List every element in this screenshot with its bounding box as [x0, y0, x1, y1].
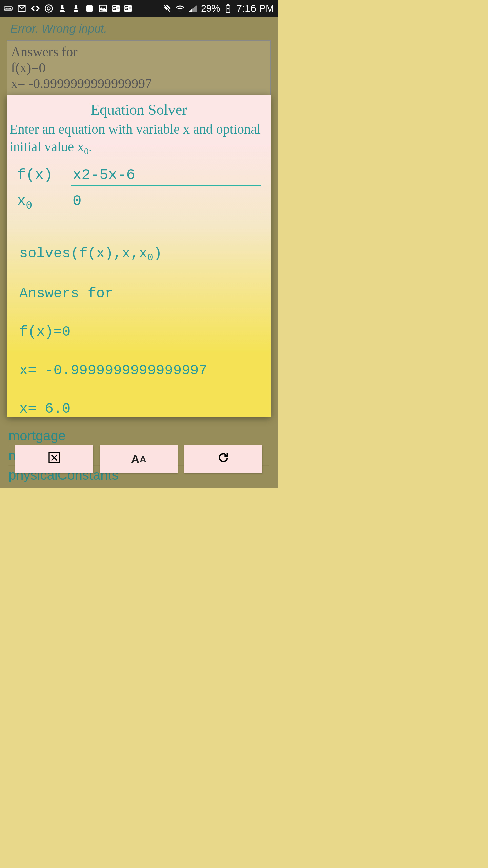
dialog-button-row: AA [7, 445, 271, 473]
output-text: solves(f(x),x,x [19, 245, 147, 262]
equation-solver-dialog: Equation Solver Enter an equation with v… [7, 95, 271, 417]
output-line: x= 6.0 [19, 399, 258, 419]
code-icon [30, 4, 40, 13]
background-answers-panel: Answers for f(x)=0 x= -0.999999999999999… [7, 40, 271, 98]
svg-point-2 [7, 8, 9, 9]
output-line: Answers for [19, 284, 258, 303]
svg-rect-7 [86, 5, 93, 12]
badge-icon-2: G≡ [124, 5, 132, 12]
bg-panel-line: x= -0.9999999999999997 [11, 76, 267, 92]
svg-point-5 [45, 5, 53, 12]
mail-icon [17, 4, 26, 13]
x0-label: x0 [17, 193, 61, 212]
status-right: 29% 7:16 PM [162, 3, 274, 14]
badge-icon-1: G≡ [112, 5, 120, 12]
svg-point-1 [5, 8, 7, 9]
svg-point-3 [9, 8, 11, 9]
svg-rect-11 [227, 4, 229, 5]
instructions-text: Enter an equation with variable x and op… [9, 121, 261, 154]
output-line: f(x)=0 [19, 322, 258, 342]
error-message: Error. Wrong input. [7, 20, 271, 37]
font-size-button[interactable]: AA [100, 445, 178, 473]
dialog-title: Equation Solver [7, 98, 271, 120]
chess-pawn-icon-2 [71, 4, 81, 13]
svg-point-6 [47, 7, 50, 10]
fx-input[interactable] [71, 164, 261, 186]
close-icon [47, 451, 61, 468]
bg-panel-line: f(x)=0 [11, 60, 267, 76]
chrome-icon [44, 4, 54, 13]
fx-input-row: f(x) [7, 162, 271, 189]
clock-text: 7:16 PM [236, 3, 274, 14]
fx-label: f(x) [17, 166, 61, 183]
output-sub: 0 [147, 252, 154, 263]
output-line: solves(f(x),x,x0) [19, 244, 258, 265]
status-left-icons: G≡ G≡ [3, 4, 132, 13]
bg-panel-line: Answers for [11, 44, 267, 60]
close-button[interactable] [15, 445, 93, 473]
gallery-icon [98, 4, 108, 13]
output-text: ) [154, 245, 162, 262]
more-notifications-icon [3, 4, 13, 13]
x0-label-main: x [17, 193, 26, 210]
reload-button[interactable] [184, 445, 262, 473]
font-size-label-large: A [131, 453, 140, 466]
wifi-icon [175, 4, 185, 13]
status-bar: G≡ G≡ 29% 7:16 PM [0, 0, 278, 17]
instructions-after: . [89, 139, 92, 154]
font-size-label-small: A [140, 454, 146, 465]
signal-icon [188, 4, 198, 13]
output-line: x= -0.9999999999999997 [19, 361, 258, 380]
x0-label-sub: 0 [26, 200, 32, 212]
reload-icon [217, 451, 230, 468]
instructions-sub: 0 [84, 146, 89, 156]
x0-input-row: x0 [7, 189, 271, 214]
output-panel: solves(f(x),x,x0) Answers for f(x)=0 x= … [15, 221, 262, 442]
mute-icon [162, 4, 172, 13]
x0-input[interactable] [71, 191, 261, 212]
app-icon [85, 4, 94, 13]
battery-percent: 29% [201, 3, 220, 14]
dialog-instructions: Enter an equation with variable x and op… [7, 120, 271, 162]
chess-pawn-icon [58, 4, 67, 13]
battery-charging-icon [223, 4, 233, 13]
